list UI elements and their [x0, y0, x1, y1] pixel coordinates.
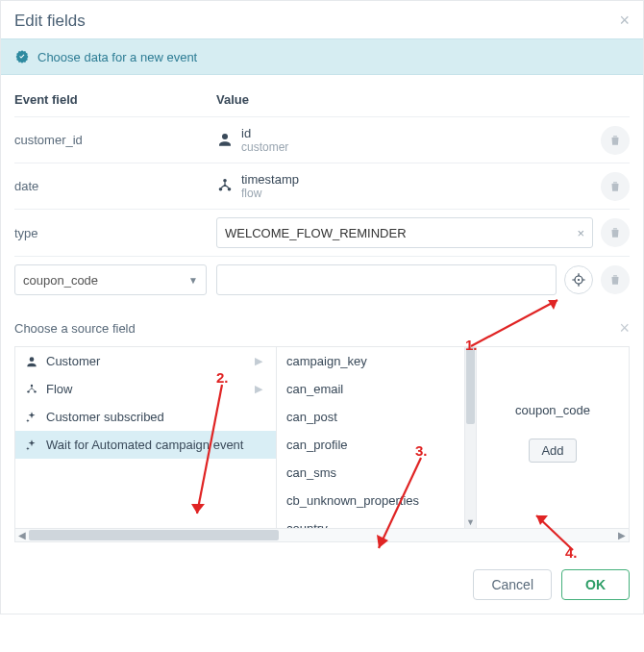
source-field-item[interactable]: campaign_key	[277, 347, 464, 375]
trash-icon	[608, 134, 622, 147]
value-bottom: flow	[241, 187, 299, 200]
svg-point-0	[222, 134, 228, 139]
columns-header: Event field Value	[14, 83, 630, 117]
info-bar: Choose data for a new event	[1, 38, 643, 75]
scroll-down-icon[interactable]: ▼	[465, 516, 476, 528]
type-value-text: WELCOME_FLOW_REMINDER	[225, 226, 407, 240]
event-field-select[interactable]: coupon_code ▼	[14, 264, 207, 295]
source-category-item[interactable]: Flow ▶	[15, 375, 276, 403]
flow-icon	[25, 383, 38, 396]
field-name: customer_id	[14, 133, 216, 147]
source-section-title: Choose a source field	[14, 321, 136, 336]
scroll-right-icon[interactable]: ▶	[615, 530, 629, 540]
cancel-button[interactable]: Cancel	[473, 569, 552, 600]
delete-row-button[interactable]	[601, 172, 630, 201]
person-icon	[25, 355, 38, 368]
type-value-input[interactable]: WELCOME_FLOW_REMINDER ×	[216, 217, 593, 248]
svg-point-5	[578, 279, 580, 281]
svg-point-6	[30, 357, 35, 362]
header-event-field: Event field	[14, 92, 216, 107]
trash-icon	[608, 273, 622, 287]
flow-icon	[216, 177, 234, 194]
field-row: date timestamp flow	[14, 163, 630, 210]
sparkle-icon	[25, 411, 38, 424]
svg-point-8	[27, 390, 29, 392]
source-field-item[interactable]: can_email	[277, 375, 464, 403]
source-picker: Customer ▶ Flow ▶ Customer subscribed Wa…	[14, 346, 630, 529]
clear-input-icon[interactable]: ×	[577, 226, 584, 240]
event-field-select-value: coupon_code	[23, 273, 98, 288]
vertical-scrollbar[interactable]: ▼	[464, 347, 476, 528]
source-close-icon[interactable]: ×	[619, 318, 630, 339]
add-button[interactable]: Add	[529, 439, 576, 463]
source-category-item[interactable]: Wait for Automated campaign event	[15, 431, 276, 459]
selected-field-label: coupon_code	[515, 403, 590, 417]
source-category-list: Customer ▶ Flow ▶ Customer subscribed Wa…	[15, 347, 276, 459]
chevron-down-icon: ▼	[188, 275, 198, 286]
new-value-input[interactable]	[216, 264, 557, 295]
source-field-item[interactable]: can_post	[277, 403, 464, 431]
pick-source-button[interactable]	[564, 265, 593, 294]
source-category-item[interactable]: Customer ▶	[15, 347, 276, 375]
header-value: Value	[216, 92, 630, 107]
target-icon	[571, 272, 586, 288]
field-row: customer_id id customer	[14, 117, 630, 163]
source-field-item[interactable]: country	[277, 514, 464, 528]
scrollbar-thumb[interactable]	[29, 530, 279, 540]
source-field-list: campaign_key can_email can_post can_prof…	[277, 347, 464, 528]
source-field-item[interactable]: can_profile	[277, 431, 464, 459]
trash-icon	[608, 226, 622, 239]
badge-check-icon	[14, 49, 30, 64]
svg-point-9	[34, 390, 36, 392]
value-bottom: customer	[241, 140, 288, 154]
delete-row-button[interactable]	[601, 218, 630, 247]
field-name: type	[14, 226, 216, 240]
sparkle-icon	[25, 439, 38, 452]
value-top: timestamp	[241, 172, 299, 188]
person-icon	[216, 131, 234, 148]
source-field-item[interactable]: can_sms	[277, 459, 464, 487]
field-name: date	[14, 179, 216, 193]
field-row-new: coupon_code ▼	[14, 257, 630, 303]
source-category-item[interactable]: Customer subscribed	[15, 403, 276, 431]
delete-row-button[interactable]	[601, 126, 630, 155]
svg-point-1	[223, 179, 227, 183]
horizontal-scrollbar[interactable]: ◀ ▶	[14, 529, 630, 542]
value-top: id	[241, 126, 288, 141]
scroll-left-icon[interactable]: ◀	[15, 530, 29, 540]
svg-point-7	[31, 384, 33, 386]
chevron-right-icon: ▶	[255, 355, 266, 367]
source-field-item[interactable]: cb_unknown_properties	[277, 487, 464, 514]
delete-row-button[interactable]	[601, 265, 630, 294]
ok-button[interactable]: OK	[561, 569, 630, 600]
scrollbar-thumb[interactable]	[466, 347, 475, 424]
trash-icon	[608, 180, 622, 193]
field-row-type: type WELCOME_FLOW_REMINDER ×	[14, 210, 630, 257]
chevron-right-icon: ▶	[255, 383, 266, 395]
info-bar-text: Choose data for a new event	[37, 50, 197, 64]
dialog-title: Edit fields	[14, 12, 86, 31]
dialog-close-icon[interactable]: ×	[619, 11, 630, 31]
